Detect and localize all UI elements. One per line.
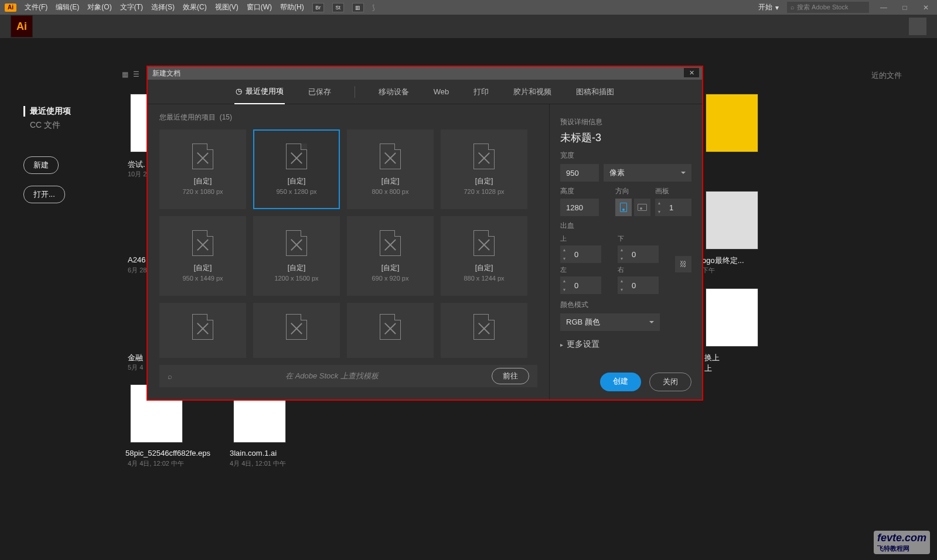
color-mode-dropdown[interactable]: RGB 颜色: [560, 313, 660, 331]
height-label: 高度: [560, 186, 611, 196]
bg-thumb[interactable]: [706, 191, 758, 250]
artboards-input[interactable]: 1: [663, 199, 691, 216]
bg-thumb[interactable]: [706, 94, 758, 152]
tab-recent[interactable]: ◷最近使用项: [234, 80, 285, 104]
open-button[interactable]: 打开...: [23, 186, 65, 203]
spin-up[interactable]: ▴: [618, 276, 626, 285]
dialog-titlebar: 新建文档 ✕: [148, 67, 702, 80]
menu-edit[interactable]: 编辑(E): [56, 2, 79, 12]
orientation-portrait[interactable]: [615, 199, 632, 216]
preset-card[interactable]: [自定] 950 x 1449 px: [159, 216, 246, 296]
unit-dropdown[interactable]: 像素: [604, 164, 691, 182]
menu-help[interactable]: 帮助(H): [280, 2, 304, 12]
dialog-close-button[interactable]: ✕: [684, 68, 699, 77]
bleed-top-input[interactable]: 0: [568, 245, 601, 263]
adobe-stock-search[interactable]: ⌕搜索 Adobe Stock: [787, 2, 869, 13]
preset-details-label: 预设详细信息: [560, 117, 691, 127]
preset-name: [自定]: [194, 263, 212, 273]
sort-label[interactable]: 近的文件: [871, 70, 902, 81]
window-close[interactable]: ✕: [919, 3, 932, 12]
gpu-icon[interactable]: ⟆: [372, 4, 375, 12]
preset-size: 720 x 1080 px: [182, 188, 223, 195]
preset-card[interactable]: [自定] 880 x 1244 px: [441, 216, 527, 296]
document-icon: [192, 144, 213, 169]
list-view-icon[interactable]: ☰: [133, 70, 139, 78]
preset-card[interactable]: [自定] 720 x 1028 px: [441, 129, 527, 209]
spin-up[interactable]: ▴: [560, 276, 568, 285]
preset-card[interactable]: [253, 303, 340, 358]
stock-search-bar: ⌕ 在 Adobe Stock 上查找模板 前往: [159, 365, 537, 387]
menu-select[interactable]: 选择(S): [151, 2, 175, 12]
workspace-switcher[interactable]: 开始▾: [758, 2, 779, 12]
height-input[interactable]: 1280: [560, 199, 599, 216]
menu-type[interactable]: 文字(T): [120, 2, 143, 12]
spin-up[interactable]: ▴: [560, 245, 568, 254]
artboard-up[interactable]: ▴: [655, 199, 663, 207]
preset-name: [自定]: [475, 263, 493, 273]
tab-print[interactable]: 打印: [472, 80, 490, 104]
bleed-right-input[interactable]: 0: [626, 276, 659, 294]
spin-up[interactable]: ▴: [618, 245, 626, 254]
tab-mobile[interactable]: 移动设备: [377, 80, 410, 104]
preset-size: 800 x 800 px: [372, 188, 409, 195]
tab-art[interactable]: 图稿和插图: [575, 80, 615, 104]
search-icon: ⌕: [791, 4, 795, 11]
bleed-bottom-input[interactable]: 0: [626, 245, 659, 263]
bleed-left-input[interactable]: 0: [568, 276, 601, 294]
preset-card[interactable]: [自定] 950 x 1280 px: [253, 129, 340, 209]
nav-recent[interactable]: 最近使用项: [23, 106, 111, 117]
preset-card[interactable]: [159, 303, 246, 358]
watermark: fevte.com 飞特教程网: [874, 531, 930, 554]
window-minimize[interactable]: —: [877, 3, 890, 12]
new-button[interactable]: 新建: [23, 156, 59, 174]
menu-object[interactable]: 对象(O): [87, 2, 111, 12]
tab-saved[interactable]: 已保存: [307, 80, 332, 104]
link-bleed-icon[interactable]: ⛓: [675, 256, 691, 272]
stock-search-placeholder[interactable]: 在 Adobe Stock 上查找模板: [178, 371, 486, 381]
preset-name: [自定]: [475, 176, 493, 186]
menu-view[interactable]: 视图(V): [215, 2, 238, 12]
preset-name: [自定]: [381, 176, 400, 186]
tab-film[interactable]: 胶片和视频: [512, 80, 553, 104]
spin-down[interactable]: ▾: [560, 285, 568, 294]
artboard-down[interactable]: ▾: [655, 207, 663, 216]
arrange-icon[interactable]: ▥: [352, 3, 364, 12]
bg-thumb-date: 6月 28: [128, 266, 146, 275]
bg-thumb-name: 3lain.com.1.ai: [230, 449, 277, 457]
dialog-tabs: ◷最近使用项 已保存 移动设备 Web 打印 胶片和视频 图稿和插图: [148, 80, 702, 104]
preset-card[interactable]: [347, 303, 434, 358]
spin-down[interactable]: ▾: [618, 285, 626, 294]
more-settings[interactable]: 更多设置: [560, 339, 691, 350]
close-button[interactable]: 关闭: [649, 373, 691, 391]
new-document-dialog: 新建文档 ✕ ◷最近使用项 已保存 移动设备 Web 打印 胶片和视频 图稿和插…: [146, 66, 703, 401]
search-icon: ⌕: [168, 372, 172, 381]
preset-name: [自定]: [288, 176, 306, 186]
preset-card[interactable]: [自定] 690 x 920 px: [347, 216, 434, 296]
window-maximize[interactable]: □: [898, 3, 911, 12]
tab-web[interactable]: Web: [432, 81, 451, 103]
appbar-right-block[interactable]: [909, 18, 926, 35]
stock-icon[interactable]: St: [332, 3, 344, 12]
bleed-top-label: 上: [560, 234, 613, 243]
menu-window[interactable]: 窗口(W): [247, 2, 272, 12]
spin-down[interactable]: ▾: [618, 254, 626, 263]
preset-card[interactable]: [自定] 1200 x 1500 px: [253, 216, 340, 296]
preset-card[interactable]: [441, 303, 527, 358]
grid-view-icon[interactable]: ▦: [122, 70, 128, 78]
menu-file[interactable]: 文件(F): [25, 2, 47, 12]
bridge-icon[interactable]: Br: [312, 3, 324, 12]
bg-thumb-date: 10月 2: [128, 170, 146, 179]
width-label: 宽度: [560, 151, 691, 161]
preset-card[interactable]: [自定] 720 x 1080 px: [159, 129, 246, 209]
bg-thumb[interactable]: [706, 288, 758, 347]
stock-go-button[interactable]: 前往: [492, 368, 529, 384]
orientation-landscape[interactable]: [634, 199, 650, 216]
width-input[interactable]: 950: [560, 164, 599, 182]
document-name[interactable]: 未标题-3: [560, 131, 691, 145]
preset-card[interactable]: [自定] 800 x 800 px: [347, 129, 434, 209]
create-button[interactable]: 创建: [600, 373, 641, 391]
spin-down[interactable]: ▾: [560, 254, 568, 263]
preset-name: [自定]: [194, 176, 212, 186]
menu-effect[interactable]: 效果(C): [183, 2, 207, 12]
nav-cc-files[interactable]: CC 文件: [23, 120, 111, 131]
